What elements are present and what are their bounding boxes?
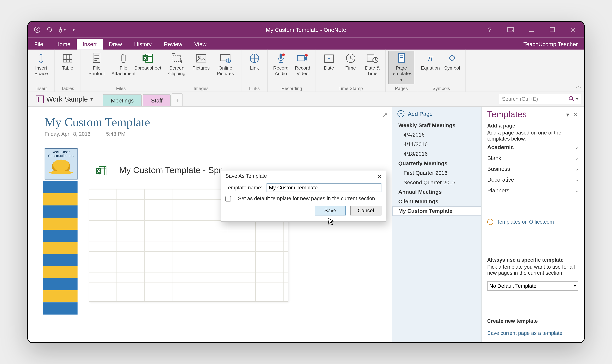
account-name[interactable]: TeachUcomp Teacher (517, 39, 584, 50)
chevron-down-icon: ▾ (90, 96, 93, 102)
ribbon-group-label: Tables (61, 85, 74, 91)
link-button[interactable]: Link (244, 51, 265, 72)
template-category-academic[interactable]: Academic⌄ (482, 142, 584, 153)
page-list-item[interactable]: My Custom Template (392, 206, 481, 216)
cursor-icon (327, 217, 336, 228)
touch-mode-icon[interactable]: ▾ (57, 25, 66, 34)
maximize-icon[interactable] (543, 23, 561, 36)
page-date: Friday, April 8, 2016 (45, 131, 91, 137)
spreadsheet-title[interactable]: My Custom Template - Spr (119, 165, 222, 175)
equation-button[interactable]: πEquation (420, 51, 441, 72)
table-button[interactable]: Table (57, 51, 78, 72)
menu-tab-insert[interactable]: Insert (77, 39, 103, 50)
menu-tab-review[interactable]: Review (158, 39, 188, 50)
save-template-link[interactable]: Save current page as a template (482, 328, 584, 338)
page-list-item[interactable]: Client Meetings (392, 197, 481, 206)
logo-image[interactable]: Rock Castle Construction Inc. (45, 148, 78, 179)
svg-text:π: π (428, 53, 433, 63)
section-tab-meetings[interactable]: Meetings (103, 94, 142, 106)
symbol-button[interactable]: ΩSymbol (442, 51, 462, 72)
page-templates-button[interactable]: PageTemplates ▾ (389, 51, 414, 84)
minimize-icon[interactable] (522, 23, 541, 36)
page-canvas[interactable]: ⤢ My Custom Template Friday, April 8, 20… (28, 107, 392, 342)
record-audio-button[interactable]: RecordAudio (270, 51, 291, 78)
close-icon[interactable] (564, 23, 582, 36)
page-title[interactable]: My Custom Template (28, 107, 392, 131)
pane-close-icon[interactable]: ✕ (571, 111, 580, 118)
menu-tab-home[interactable]: Home (49, 39, 77, 50)
svg-rect-23 (399, 54, 404, 62)
page-list-item[interactable]: 4/11/2016 (392, 140, 481, 149)
online-pictures-button[interactable]: OnlinePictures (212, 51, 238, 78)
cancel-button[interactable]: Cancel (350, 206, 381, 215)
date-time-button[interactable]: Date &Time (362, 51, 383, 78)
add-section-button[interactable]: + (172, 93, 183, 106)
time-icon (345, 52, 357, 64)
link-label: Link (250, 65, 259, 71)
ribbon-group-label: Images (194, 85, 209, 91)
ribbon-display-icon[interactable] (501, 23, 520, 36)
file-attachment-label: FileAttachment (111, 65, 136, 76)
date-time-label: Date &Time (365, 65, 380, 76)
page-list-item[interactable]: Quarterly Meetings (392, 159, 481, 168)
dialog-close-icon[interactable]: ✕ (377, 173, 382, 180)
undo-icon[interactable] (45, 25, 54, 34)
qat-customize-icon[interactable]: ▾ (69, 25, 78, 34)
notebook-picker[interactable]: Work Sample ▾ (31, 93, 97, 105)
ribbon-group-recording: RecordAudioRecordVideoRecording (268, 50, 316, 91)
template-category-decorative[interactable]: Decorative⌄ (482, 174, 584, 185)
equation-label: Equation (421, 65, 440, 71)
add-page-button[interactable]: + Add Page (392, 107, 481, 120)
date-button[interactable]: 7Date (319, 51, 339, 72)
template-name-input[interactable] (267, 183, 382, 192)
insert-space-button[interactable]: InsertSpace (31, 51, 52, 78)
page-list-item[interactable]: Weekly Staff Meetings (392, 120, 481, 130)
file-attachment-button[interactable]: FileAttachment (111, 51, 137, 78)
save-as-template-dialog: Save As Template ✕ Template name: Set as… (221, 170, 386, 222)
template-category-planners[interactable]: Planners⌄ (482, 185, 584, 196)
time-button[interactable]: Time (340, 51, 361, 72)
section-tab-staff[interactable]: Staff (143, 94, 171, 106)
pictures-button[interactable]: Pictures (191, 51, 211, 72)
spreadsheet-button[interactable]: Spreadsheet (137, 51, 158, 72)
template-category-business[interactable]: Business⌄ (482, 163, 584, 174)
equation-icon: π (424, 52, 436, 64)
dialog-title: Save As Template (225, 173, 267, 179)
template-category-blank[interactable]: Blank⌄ (482, 153, 584, 163)
menu-tab-draw[interactable]: Draw (103, 39, 128, 50)
always-desc: Pick a template you want to use for all … (487, 264, 575, 276)
collapse-ribbon-icon[interactable]: ︿ (576, 82, 581, 90)
record-video-button[interactable]: RecordVideo (292, 51, 313, 78)
templates-pane: Templates ▾ ✕ Add a page Add a page base… (482, 107, 584, 342)
search-input[interactable]: Search (Ctrl+E) ▾ (499, 94, 581, 104)
expand-icon[interactable]: ⤢ (382, 111, 388, 119)
page-list-item[interactable]: Annual Meetings (392, 187, 481, 197)
file-printout-button[interactable]: FilePrintout (84, 51, 110, 78)
screen-clipping-button[interactable]: ScreenClipping (164, 51, 190, 78)
page-list-item[interactable]: 4/18/2016 (392, 149, 481, 159)
search-icon (568, 95, 574, 103)
save-button[interactable]: Save (315, 206, 346, 215)
online-pictures-icon (219, 52, 231, 64)
spreadsheet-label: Spreadsheet (134, 65, 161, 71)
office-templates-link[interactable]: Templates on Office.com (482, 217, 584, 229)
date-label: Date (324, 65, 334, 71)
menu-tab-view[interactable]: View (188, 39, 213, 50)
back-icon[interactable] (32, 25, 42, 34)
svg-rect-7 (173, 55, 181, 61)
ribbon-group-insert: InsertSpaceInsert (28, 50, 55, 91)
table-label: Table (62, 65, 73, 71)
ribbon-group-label: Pages (395, 85, 408, 91)
page-list-item[interactable]: Second Quarter 2016 (392, 178, 481, 187)
menu-file[interactable]: File (28, 39, 49, 50)
pane-options-icon[interactable]: ▾ (564, 111, 571, 118)
search-scope-icon[interactable]: ▾ (576, 97, 578, 101)
page-list-item[interactable]: 4/4/2016 (392, 130, 481, 140)
default-template-checkbox[interactable] (225, 195, 231, 201)
menu-tab-history[interactable]: History (128, 39, 158, 50)
default-template-select[interactable]: No Default Template ▾ (487, 281, 578, 290)
page-list-item[interactable]: First Quarter 2016 (392, 168, 481, 178)
help-icon[interactable]: ? (481, 23, 499, 36)
stripe-graphic (43, 181, 78, 314)
ribbon-group-label: Recording (281, 85, 302, 91)
